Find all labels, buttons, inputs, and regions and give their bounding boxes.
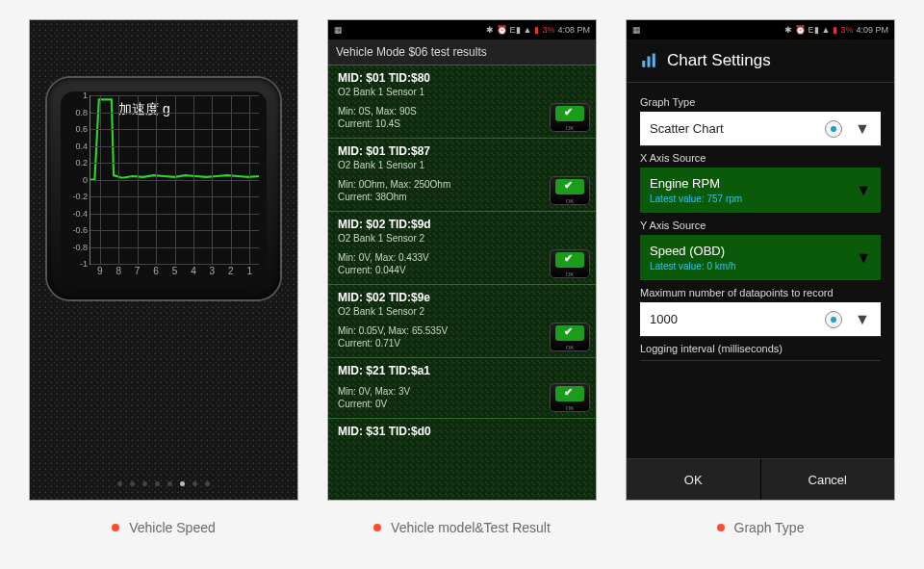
app-icon: ▦ — [334, 25, 343, 35]
result-row: Min: 0.05V, Max: 65.535VCurrent: 0.71VOK — [328, 319, 596, 357]
result-mid-tid: MID: $01 TID:$87 — [338, 144, 586, 158]
x-source-label: X Axis Source — [640, 152, 881, 164]
result-header: MID: $01 TID:$87O2 Bank 1 Sensor 1 — [328, 138, 596, 172]
alarm-icon: ⏰ — [795, 25, 806, 35]
ok-button[interactable]: OK — [550, 383, 590, 412]
result-header: MID: $21 TID:$a1 — [328, 357, 596, 379]
vibrate-icon: ✱ — [784, 25, 792, 35]
svg-rect-2 — [653, 54, 655, 67]
battery-icon: ▮ — [833, 25, 837, 35]
result-sensor: O2 Bank 1 Sensor 2 — [338, 306, 586, 317]
status-bar: ▦ ✱ ⏰ E▮ ▲ ▮ 3% 4:09 PM — [627, 20, 894, 39]
result-header: MID: $02 TID:$9eO2 Bank 1 Sensor 2 — [328, 284, 596, 319]
phone-test-results: ▦ ✱ ⏰ E▮ ▲ ▮ 3% 4:08 PM Vehicle Mode $06… — [327, 19, 597, 501]
bullet-icon — [112, 524, 119, 531]
page-indicator — [30, 481, 297, 486]
result-mid-tid: MID: $21 TID:$a1 — [338, 364, 586, 377]
wifi-icon: ▲ — [822, 25, 831, 35]
alarm-icon: ⏰ — [497, 25, 507, 35]
svg-rect-0 — [642, 61, 645, 67]
radio-icon — [825, 311, 842, 328]
graph-type-value: Scatter Chart — [650, 121, 724, 136]
max-points-label: Maximum number of datapoints to record — [640, 287, 881, 298]
result-sensor: O2 Bank 1 Sensor 1 — [338, 160, 586, 170]
signal-icon: E▮ — [510, 25, 521, 35]
chevron-down-icon: ▼ — [854, 311, 871, 328]
ok-button[interactable]: OK — [550, 249, 590, 278]
result-values: Min: 0Ohm, Max: 250OhmCurrent: 38Ohm — [338, 178, 450, 204]
result-mid-tid: MID: $02 TID:$9d — [338, 218, 586, 231]
result-row: Min: 0Ohm, Max: 250OhmCurrent: 38OhmOK — [328, 172, 596, 211]
y-source-value: Speed (OBD) — [650, 244, 871, 258]
results-title: Vehicle Mode $06 test results — [328, 39, 596, 65]
bullet-icon — [717, 524, 725, 531]
caption-test-result: Vehicle model&Test Result — [327, 520, 597, 535]
x-source-value: Engine RPM — [650, 176, 871, 191]
chevron-down-icon: ▼ — [856, 249, 871, 267]
interval-label: Logging interval (milliseconds) — [640, 343, 881, 361]
max-points-spinner[interactable]: 1000 ▼ — [640, 302, 881, 337]
result-mid-tid: MID: $01 TID:$80 — [338, 71, 586, 85]
y-source-latest: Latest value: 0 km/h — [650, 261, 871, 272]
dialog-title: Chart Settings — [667, 51, 771, 70]
result-header: MID: $02 TID:$9dO2 Bank 1 Sensor 2 — [328, 211, 596, 246]
clock: 4:08 PM — [557, 25, 590, 35]
result-row: Min: 0S, Max: 90SCurrent: 10.4SOK — [328, 99, 596, 138]
gauge-frame: 加速度 g 10.80.60.40.20-0.2-0.4-0.6-0.8-198… — [47, 78, 280, 299]
result-values: Min: 0V, Max: 0.433VCurrent: 0.044V — [338, 251, 429, 277]
result-values: Min: 0V, Max: 3VCurrent: 0V — [338, 385, 410, 411]
ok-button[interactable]: OK — [550, 103, 590, 132]
y-source-spinner[interactable]: Speed (OBD) Latest value: 0 km/h ▼ — [640, 235, 881, 281]
signal-icon: E▮ — [808, 25, 819, 35]
result-mid-tid: MID: $31 TID:$d0 — [338, 425, 586, 438]
battery-pct: 3% — [542, 25, 554, 35]
result-row: Min: 0V, Max: 0.433VCurrent: 0.044VOK — [328, 246, 596, 284]
battery-icon: ▮ — [534, 25, 539, 35]
result-header: MID: $31 TID:$d0 — [328, 418, 596, 440]
result-mid-tid: MID: $02 TID:$9e — [338, 291, 586, 304]
result-sensor: O2 Bank 1 Sensor 2 — [338, 233, 586, 244]
wifi-icon: ▲ — [524, 25, 532, 35]
x-source-spinner[interactable]: Engine RPM Latest value: 757 rpm ▼ — [640, 168, 881, 214]
result-values: Min: 0.05V, Max: 65.535VCurrent: 0.71V — [338, 324, 448, 350]
max-points-value: 1000 — [650, 312, 678, 326]
result-row: Min: 0V, Max: 3VCurrent: 0VOK — [328, 379, 596, 418]
cancel-button[interactable]: Cancel — [761, 459, 895, 500]
clock: 4:09 PM — [856, 25, 888, 35]
graph-type-spinner[interactable]: Scatter Chart ▼ — [640, 112, 881, 146]
phone-vehicle-speed: 加速度 g 10.80.60.40.20-0.2-0.4-0.6-0.8-198… — [29, 19, 298, 501]
radio-icon — [825, 120, 842, 138]
result-sensor: O2 Bank 1 Sensor 1 — [338, 87, 586, 97]
status-bar: ▦ ✱ ⏰ E▮ ▲ ▮ 3% 4:08 PM — [328, 20, 596, 39]
phone-chart-settings: ▦ ✱ ⏰ E▮ ▲ ▮ 3% 4:09 PM Chart Settings — [626, 19, 895, 501]
svg-rect-1 — [648, 57, 651, 67]
chevron-down-icon: ▼ — [856, 182, 871, 199]
x-source-latest: Latest value: 757 rpm — [650, 194, 871, 204]
chart-icon — [640, 52, 657, 69]
vibrate-icon: ✱ — [486, 25, 494, 35]
ok-button[interactable]: OK — [627, 459, 761, 500]
ok-button[interactable]: OK — [550, 323, 590, 351]
chevron-down-icon: ▼ — [854, 120, 871, 138]
results-list[interactable]: MID: $01 TID:$80O2 Bank 1 Sensor 1Min: 0… — [328, 65, 596, 500]
ok-button[interactable]: OK — [550, 176, 590, 205]
dialog-title-bar: Chart Settings — [627, 39, 894, 83]
battery-pct: 3% — [840, 25, 853, 35]
result-header: MID: $01 TID:$80O2 Bank 1 Sensor 1 — [328, 65, 596, 99]
result-values: Min: 0S, Max: 90SCurrent: 10.4S — [338, 105, 417, 131]
app-icon: ▦ — [632, 25, 641, 35]
graph-type-label: Graph Type — [640, 96, 881, 108]
y-source-label: Y Axis Source — [640, 220, 881, 231]
caption-vehicle-speed: Vehicle Speed — [29, 520, 298, 535]
bullet-icon — [373, 524, 381, 531]
accel-chart: 10.80.60.40.20-0.2-0.4-0.6-0.8-198765432… — [90, 95, 259, 265]
caption-graph-type: Graph Type — [626, 520, 895, 535]
